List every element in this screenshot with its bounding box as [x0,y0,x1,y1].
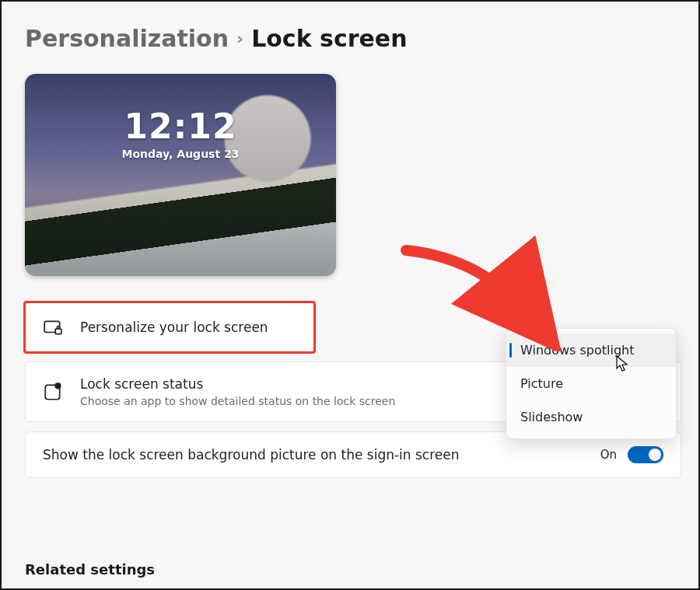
personalize-lock-screen-row[interactable]: Personalize your lock screen [25,302,314,352]
breadcrumb-parent[interactable]: Personalization [25,25,229,52]
screen-lock-icon [43,317,63,337]
status-title: Lock screen status [80,376,395,392]
preview-time: 12:12 [124,106,236,146]
breadcrumb: Personalization › Lock screen [25,25,681,52]
app-status-icon [43,382,63,402]
svg-point-3 [55,383,61,389]
settings-page: Personalization › Lock screen 12:12 Mond… [0,0,700,590]
status-subtitle: Choose an app to show detailed status on… [80,395,395,407]
signin-title: Show the lock screen background picture … [43,447,460,463]
preview-date: Monday, August 23 [122,148,240,160]
breadcrumb-current: Lock screen [251,25,407,52]
dropdown-option-slideshow[interactable]: Slideshow [506,400,676,434]
lock-screen-preview[interactable]: 12:12 Monday, August 23 [25,74,336,276]
related-settings-heading: Related settings [25,561,155,578]
signin-toggle[interactable] [628,446,663,463]
chevron-right-icon: › [236,29,243,48]
personalize-title: Personalize your lock screen [80,319,268,335]
dropdown-option-spotlight[interactable]: Windows spotlight [506,333,676,367]
dropdown-option-picture[interactable]: Picture [506,367,676,400]
svg-rect-1 [55,329,61,334]
toggle-label: On [600,448,617,462]
personalize-dropdown[interactable]: Windows spotlight Picture Slideshow [506,328,677,439]
